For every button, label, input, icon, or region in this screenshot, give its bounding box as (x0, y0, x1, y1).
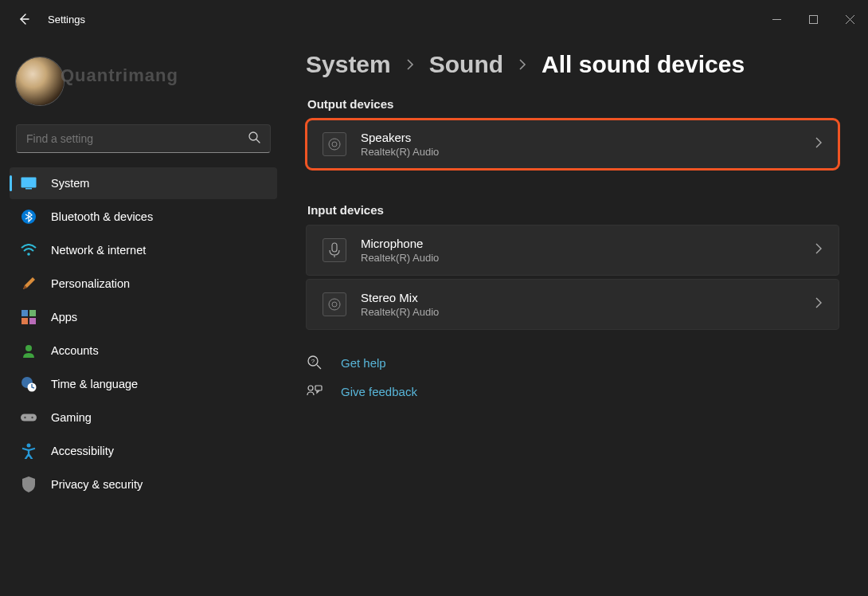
chevron-right-icon (405, 58, 415, 71)
back-button[interactable] (16, 11, 32, 27)
svg-point-10 (25, 345, 32, 351)
svg-point-5 (27, 253, 30, 256)
nav-label: Network & internet (51, 244, 146, 257)
nav-apps[interactable]: Apps (10, 301, 277, 333)
nav-system[interactable]: System (10, 167, 277, 199)
svg-rect-19 (332, 243, 337, 252)
nav-accounts[interactable]: Accounts (10, 335, 277, 367)
give-feedback-link[interactable]: Give feedback (341, 385, 417, 398)
wifi-icon (21, 242, 37, 258)
svg-point-14 (24, 417, 25, 418)
nav-label: Personalization (51, 277, 130, 290)
device-driver: Realtek(R) Audio (361, 252, 800, 264)
nav-label: Time & language (51, 378, 138, 390)
titlebar: Settings (0, 0, 868, 38)
brush-icon (21, 276, 37, 292)
output-section-label: Output devices (307, 97, 839, 111)
device-name: Stereo Mix (361, 291, 800, 304)
nav-time-language[interactable]: Time & language (10, 368, 277, 400)
chevron-right-icon (518, 58, 527, 71)
svg-rect-8 (22, 318, 28, 324)
svg-rect-25 (315, 386, 322, 390)
nav-label: System (51, 177, 89, 190)
watermark-text: Quantrimang (61, 65, 178, 86)
nav-list: System Bluetooth & devices Network & int… (10, 167, 277, 500)
svg-point-18 (332, 142, 337, 147)
shield-icon (21, 476, 37, 492)
nav-label: Bluetooth & devices (51, 210, 153, 223)
breadcrumb-system[interactable]: System (306, 51, 391, 78)
svg-point-21 (332, 302, 337, 307)
nav-privacy[interactable]: Privacy & security (10, 469, 277, 500)
help-icon: ? (306, 354, 323, 371)
accessibility-icon (21, 443, 37, 459)
nav-label: Apps (51, 311, 77, 323)
maximize-icon (809, 15, 818, 24)
bluetooth-icon (21, 209, 37, 225)
window-controls (758, 6, 868, 32)
svg-point-24 (308, 386, 313, 390)
close-icon (846, 15, 854, 24)
minimize-icon (772, 15, 781, 24)
svg-point-1 (249, 132, 257, 140)
nav-accessibility[interactable]: Accessibility (10, 435, 277, 467)
minimize-button[interactable] (758, 6, 795, 32)
app-title: Settings (48, 14, 85, 25)
breadcrumb: System Sound All sound devices (306, 51, 839, 78)
input-section-label: Input devices (307, 203, 839, 217)
nav-bluetooth[interactable]: Bluetooth & devices (10, 201, 277, 233)
nav-label: Gaming (51, 411, 92, 424)
nav-network[interactable]: Network & internet (10, 234, 277, 266)
maximize-button[interactable] (795, 6, 831, 32)
breadcrumb-current: All sound devices (542, 51, 745, 78)
svg-rect-2 (22, 178, 37, 188)
output-device-speakers[interactable]: Speakers Realtek(R) Audio (306, 119, 839, 170)
svg-point-17 (329, 139, 340, 150)
close-button[interactable] (831, 6, 868, 32)
svg-point-16 (27, 444, 31, 448)
get-help-link[interactable]: Get help (341, 356, 386, 370)
avatar (16, 57, 64, 105)
speaker-icon (323, 292, 346, 316)
main-content: System Sound All sound devices Output de… (287, 38, 868, 596)
svg-rect-9 (29, 318, 36, 324)
device-driver: Realtek(R) Audio (361, 146, 800, 158)
svg-rect-7 (29, 310, 36, 316)
back-arrow-icon (18, 13, 30, 25)
system-icon (21, 175, 37, 191)
svg-rect-13 (21, 414, 37, 421)
device-driver: Realtek(R) Audio (361, 306, 800, 318)
help-links: ? Get help Give feedback (306, 354, 839, 400)
svg-rect-0 (809, 15, 817, 23)
search-field[interactable] (26, 132, 248, 145)
chevron-right-icon (815, 296, 823, 312)
microphone-icon (323, 238, 346, 262)
speaker-icon (323, 132, 346, 156)
feedback-icon (306, 382, 323, 400)
sidebar: Quantrimang System (0, 38, 287, 596)
nav-label: Accounts (51, 344, 99, 357)
nav-personalization[interactable]: Personalization (10, 268, 277, 300)
input-device-microphone[interactable]: Microphone Realtek(R) Audio (306, 225, 839, 276)
gamepad-icon (21, 410, 37, 425)
input-device-stereo-mix[interactable]: Stereo Mix Realtek(R) Audio (306, 279, 839, 330)
device-name: Speakers (361, 131, 800, 144)
apps-icon (21, 309, 37, 325)
clock-globe-icon (21, 376, 37, 392)
nav-label: Accessibility (51, 445, 114, 457)
search-input[interactable] (16, 124, 271, 153)
chevron-right-icon (815, 136, 823, 152)
nav-label: Privacy & security (51, 478, 143, 491)
svg-point-15 (31, 417, 33, 418)
search-icon (248, 131, 260, 147)
chevron-right-icon (815, 242, 823, 258)
nav-gaming[interactable]: Gaming (10, 402, 277, 433)
svg-text:?: ? (311, 358, 315, 365)
person-icon (21, 343, 37, 359)
user-profile[interactable]: Quantrimang (10, 51, 277, 121)
breadcrumb-sound[interactable]: Sound (429, 51, 503, 78)
device-name: Microphone (361, 237, 800, 250)
svg-rect-6 (22, 310, 28, 316)
svg-point-20 (329, 299, 340, 310)
svg-rect-3 (25, 188, 32, 190)
